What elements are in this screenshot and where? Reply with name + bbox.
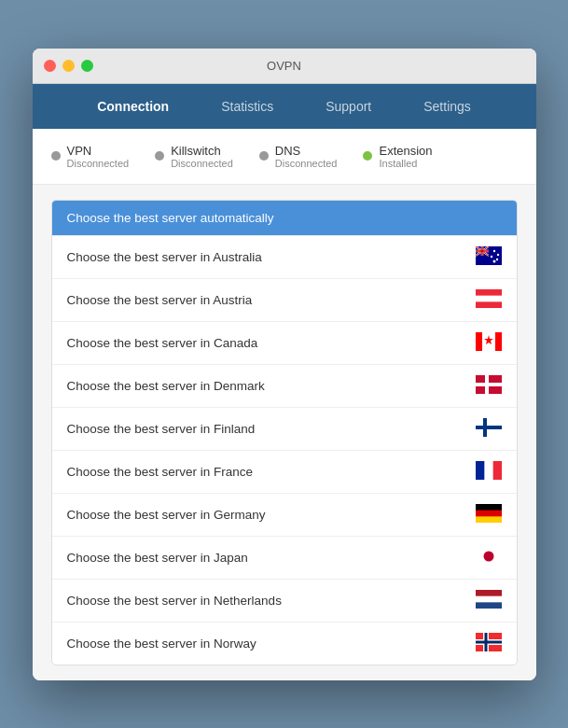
svg-point-19 xyxy=(495,258,497,259)
extension-value: Installed xyxy=(379,158,432,169)
server-item-germany[interactable]: Choose the best server in Germany xyxy=(52,494,517,537)
flag-at xyxy=(476,289,502,311)
svg-rect-30 xyxy=(476,383,502,386)
svg-rect-39 xyxy=(476,504,502,511)
server-label-australia: Choose the best server in Australia xyxy=(67,250,262,264)
extension-label: Extension xyxy=(379,144,432,158)
status-item-extension: ExtensionInstalled xyxy=(363,144,432,169)
flag-jp xyxy=(476,547,502,568)
nav-item-settings[interactable]: Settings xyxy=(397,84,497,129)
svg-point-17 xyxy=(496,253,498,255)
server-label-canada: Choose the best server in Canada xyxy=(67,336,258,350)
server-item-auto[interactable]: Choose the best server automatically xyxy=(52,201,517,236)
vpn-status-dot xyxy=(51,151,61,161)
svg-rect-36 xyxy=(476,461,484,480)
titlebar: OVPN xyxy=(33,49,536,84)
server-item-austria[interactable]: Choose the best server in Austria xyxy=(52,279,517,322)
maximize-button[interactable] xyxy=(81,60,93,72)
server-list-container: Choose the best server automaticallyChoo… xyxy=(33,185,536,680)
svg-point-16 xyxy=(492,249,494,251)
nav-item-statistics[interactable]: Statistics xyxy=(195,84,299,129)
dns-value: Disconnected xyxy=(275,158,338,169)
window-title: OVPN xyxy=(267,59,301,73)
window-controls xyxy=(44,60,93,72)
server-item-netherlands[interactable]: Choose the best server in Netherlands xyxy=(52,580,517,623)
dns-status-dot xyxy=(259,151,269,161)
server-label-japan: Choose the best server in Japan xyxy=(67,551,248,565)
server-label-finland: Choose the best server in Finland xyxy=(67,422,256,436)
server-label-france: Choose the best server in France xyxy=(67,465,254,479)
flag-de xyxy=(476,504,502,525)
server-item-finland[interactable]: Choose the best server in Finland xyxy=(52,408,517,451)
app-window: OVPN ConnectionStatisticsSupportSettings… xyxy=(33,49,536,680)
flag-au xyxy=(476,246,502,268)
server-label-auto: Choose the best server automatically xyxy=(67,211,274,225)
status-item-dns: DNSDisconnected xyxy=(259,144,338,169)
svg-rect-49 xyxy=(476,640,502,643)
svg-point-18 xyxy=(490,255,492,257)
server-item-norway[interactable]: Choose the best server in Norway xyxy=(52,623,517,665)
dns-label: DNS xyxy=(275,144,338,158)
server-label-denmark: Choose the best server in Denmark xyxy=(67,379,265,393)
minimize-button[interactable] xyxy=(62,60,75,72)
flag-fi xyxy=(476,418,502,440)
killswitch-label: Killswitch xyxy=(171,144,233,158)
flag-no xyxy=(476,633,502,654)
killswitch-status-dot xyxy=(155,151,164,161)
extension-status-dot xyxy=(363,151,372,161)
killswitch-value: Disconnected xyxy=(171,158,233,169)
server-item-japan[interactable]: Choose the best server in Japan xyxy=(52,537,517,580)
vpn-label: VPN xyxy=(67,144,130,158)
status-item-killswitch: KillswitchDisconnected xyxy=(155,144,233,169)
svg-rect-26 xyxy=(495,332,502,351)
server-item-canada[interactable]: Choose the best server in Canada xyxy=(52,322,517,365)
flag-nl xyxy=(476,590,502,611)
nav-item-support[interactable]: Support xyxy=(299,84,397,129)
svg-point-20 xyxy=(492,259,495,262)
server-list: Choose the best server automaticallyChoo… xyxy=(51,200,518,665)
flag-fr xyxy=(476,461,502,483)
flag-ca xyxy=(476,332,502,354)
server-item-australia[interactable]: Choose the best server in Australia xyxy=(52,236,517,279)
server-item-france[interactable]: Choose the best server in France xyxy=(52,451,517,494)
vpn-value: Disconnected xyxy=(67,158,130,169)
status-bar: VPNDisconnectedKillswitchDisconnectedDNS… xyxy=(33,129,536,185)
svg-rect-44 xyxy=(476,590,502,596)
navbar: ConnectionStatisticsSupportSettings xyxy=(33,84,536,129)
svg-point-41 xyxy=(483,551,493,561)
server-item-denmark[interactable]: Choose the best server in Denmark xyxy=(52,365,517,408)
flag-dk xyxy=(476,375,502,397)
server-label-norway: Choose the best server in Norway xyxy=(67,637,256,651)
server-label-austria: Choose the best server in Austria xyxy=(67,293,253,307)
status-item-vpn: VPNDisconnected xyxy=(51,144,130,169)
nav-item-connection[interactable]: Connection xyxy=(71,84,195,129)
svg-rect-22 xyxy=(476,295,502,301)
server-label-netherlands: Choose the best server in Netherlands xyxy=(67,594,282,608)
svg-rect-33 xyxy=(476,426,502,429)
server-label-germany: Choose the best server in Germany xyxy=(67,508,266,522)
svg-rect-25 xyxy=(476,332,482,351)
close-button[interactable] xyxy=(44,60,56,72)
